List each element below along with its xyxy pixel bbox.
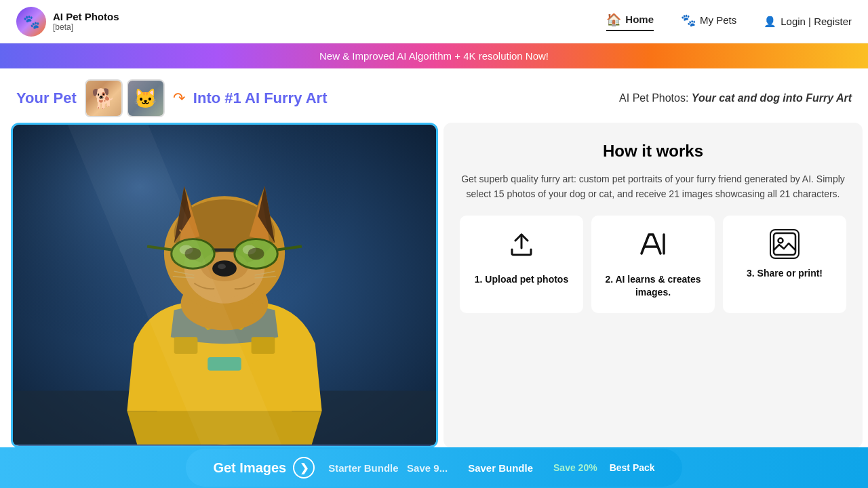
svg-point-18 (212, 260, 237, 277)
home-icon: 🏠 (606, 12, 621, 27)
nav-home[interactable]: 🏠 Home (606, 12, 654, 31)
step-share-label: 3. Share or print! (747, 267, 823, 281)
svg-rect-40 (774, 233, 795, 255)
how-it-works-panel: How it works Get superb quality furry ar… (443, 123, 863, 448)
hero-right-title: AI Pet Photos: (619, 92, 688, 104)
hero-right: AI Pet Photos: Your cat and dog into Fur… (619, 92, 852, 104)
how-it-works-description: Get superb quality furry art: custom pet… (460, 171, 846, 202)
get-images-button[interactable]: Get Images ❯ Starter Bundle Save 9... Sa… (186, 449, 682, 487)
save-20-cta: Save 20% (553, 462, 597, 473)
cat-thumbnail: 🐱 (127, 79, 165, 117)
dog-art-svg (13, 123, 436, 446)
svg-rect-5 (252, 337, 275, 354)
step-ai: 2. AI learns & creates images. (591, 216, 715, 313)
your-pet-label: Your Pet (16, 89, 77, 107)
pet-image-container (11, 123, 438, 448)
cat-thumb-img: 🐱 (128, 81, 163, 116)
hero-row: Your Pet 🐕 🐱 ↷ Into #1 AI Furry Art AI P… (0, 68, 868, 123)
promo-banner: New & Improved AI Algorithm + 4K resolut… (0, 43, 868, 68)
ai-icon (638, 229, 668, 265)
dog-thumb-img: 🐕 (86, 81, 121, 116)
get-images-label: Get Images (213, 460, 286, 476)
banner-text: New & Improved AI Algorithm + 4K resolut… (319, 50, 549, 62)
step-upload-label: 1. Upload pet photos (475, 273, 568, 287)
pets-icon: 🐾 (681, 13, 696, 28)
main-content: How it works Get superb quality furry ar… (0, 123, 868, 486)
starter-bundle-cta: Starter Bundle Save 9... (328, 462, 448, 474)
user-icon: 👤 (764, 16, 776, 28)
login-label: Login | Register (781, 16, 852, 27)
main-nav: 🏠 Home 🐾 My Pets 👤 Login | Register (606, 12, 852, 31)
logo-beta: [beta] (53, 22, 119, 32)
login-button[interactable]: 👤 Login | Register (764, 16, 852, 28)
dog-thumbnail: 🐕 (85, 79, 123, 117)
how-it-works-title: How it works (460, 142, 846, 161)
step-upload: 1. Upload pet photos (460, 216, 583, 313)
best-pack-cta: Best Pack (610, 462, 655, 473)
logo-text: AI Pet Photos [beta] (53, 11, 119, 32)
cta-bar: Get Images ❯ Starter Bundle Save 9... Sa… (0, 447, 868, 488)
logo-icon: 🐾 (16, 7, 46, 37)
step-ai-label: 2. AI learns & creates images. (599, 273, 707, 300)
hero-right-subtitle: Your cat and dog into Furry Art (692, 92, 852, 104)
upload-icon (507, 229, 536, 265)
step-share: 3. Share or print! (723, 216, 846, 313)
nav-my-pets-label: My Pets (700, 14, 736, 26)
arrow-icon: ↷ (173, 89, 185, 107)
saver-bundle-cta: Saver Bundle (468, 462, 533, 474)
header: 🐾 AI Pet Photos [beta] 🏠 Home 🐾 My Pets … (0, 0, 868, 43)
logo-area[interactable]: 🐾 AI Pet Photos [beta] (16, 7, 119, 37)
pet-thumbnails: 🐕 🐱 (85, 79, 165, 117)
steps-container: 1. Upload pet photos 2. AI learns & crea… (460, 216, 846, 313)
svg-point-30 (248, 248, 264, 260)
nav-my-pets[interactable]: 🐾 My Pets (681, 13, 736, 30)
cta-arrow-icon: ❯ (293, 457, 315, 479)
nav-home-label: Home (625, 14, 654, 25)
logo-title: AI Pet Photos (53, 11, 119, 22)
share-icon (770, 229, 800, 259)
svg-point-41 (778, 238, 783, 243)
pet-image-bg (13, 125, 436, 446)
svg-point-19 (218, 264, 226, 269)
into-label: Into #1 AI Furry Art (193, 89, 328, 107)
